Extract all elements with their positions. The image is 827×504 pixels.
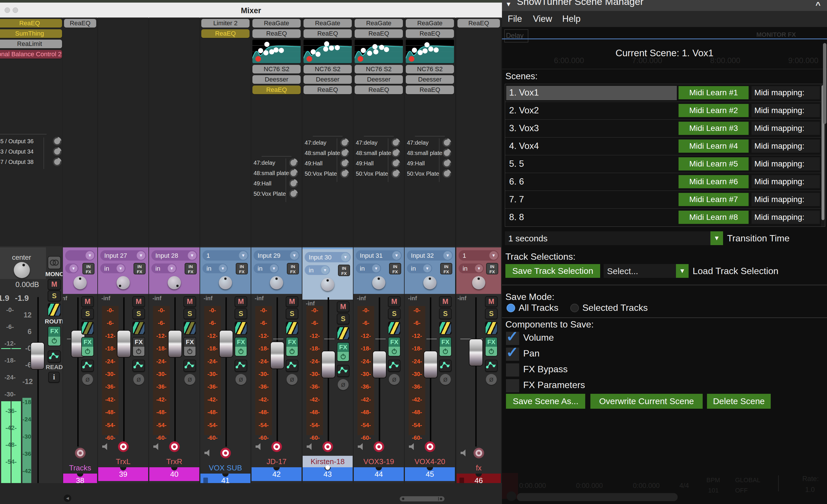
record-arm-button[interactable] [220, 448, 231, 458]
scene-row[interactable]: 1. Vox1Midi Learn #1Midi mapping: [505, 84, 825, 102]
record-arm-button[interactable] [425, 442, 435, 452]
send-knob[interactable] [289, 168, 298, 178]
pan-knob[interactable] [372, 276, 385, 289]
panel-scrollbar-thumb[interactable] [823, 43, 826, 124]
mute-button[interactable]: M [81, 296, 94, 307]
fx-button[interactable]: FX [81, 337, 94, 356]
fx-power-icon[interactable] [442, 348, 449, 356]
envelope-button[interactable] [485, 360, 498, 372]
input-mode-dropdown-icon[interactable]: ▼ [372, 264, 380, 272]
route-button[interactable] [132, 321, 145, 335]
input-mode-selector[interactable]: in▼ [458, 263, 484, 273]
midi-learn-button[interactable]: Midi Learn #6 [679, 175, 748, 188]
pan-knob[interactable] [74, 276, 87, 289]
horizontal-scrollbar[interactable] [400, 496, 444, 501]
solo-button[interactable]: S [337, 313, 349, 324]
send-knob[interactable] [289, 189, 298, 199]
envelope-button[interactable] [132, 360, 145, 372]
fx-slot[interactable]: Deesser [355, 75, 403, 84]
master-fx-slot[interactable]: onal Balance Control 2 [0, 50, 62, 58]
mono-button[interactable] [48, 256, 61, 269]
envelope-button[interactable] [286, 360, 298, 372]
track-name[interactable]: VOX SUB [200, 463, 251, 472]
input-selector[interactable]: Input 28▼ [151, 250, 197, 261]
phase-button[interactable]: ø [133, 374, 144, 385]
fx-power-icon[interactable] [135, 348, 142, 356]
phase-button[interactable]: ø [287, 374, 297, 385]
solo-button[interactable]: S [132, 308, 145, 319]
record-arm-button[interactable] [271, 442, 282, 452]
component-checkbox-fx-bypass[interactable] [506, 363, 519, 376]
fader-track[interactable] [77, 297, 79, 447]
save-mode-radio-all-tracks[interactable] [506, 304, 515, 312]
fx-slot[interactable]: ReaEQ [201, 29, 249, 38]
input-selector[interactable]: Input 32▼ [407, 250, 453, 261]
mute-button[interactable]: M [235, 296, 247, 307]
master-info-button[interactable]: i [48, 372, 60, 383]
delete-scene-button[interactable]: Delete Scene [707, 394, 771, 409]
fx-slot[interactable]: Deesser [252, 75, 301, 84]
master-send-knob[interactable] [52, 136, 62, 146]
scene-name[interactable]: 7. 7 [509, 194, 524, 205]
master-fx-slot[interactable]: SumThing [0, 29, 62, 38]
track-number-strip[interactable]: 40 [149, 467, 199, 481]
midi-learn-button[interactable]: Midi Learn #3 [679, 122, 748, 135]
track-selection-dropdown[interactable]: Select... [603, 264, 676, 278]
route-button[interactable] [485, 321, 498, 335]
fx-slot[interactable]: ReaEQ [355, 86, 403, 94]
record-arm-button[interactable] [75, 448, 86, 458]
envelope-button[interactable] [439, 360, 452, 372]
input-selector[interactable]: 1▼ [458, 250, 499, 261]
input-selector[interactable]: Input 30▼ [305, 252, 351, 262]
input-mode-dropdown-icon[interactable]: ▼ [475, 264, 483, 272]
fx-power-icon[interactable] [391, 348, 398, 356]
fx-slot[interactable]: ReaEQ [406, 86, 454, 94]
fx-slot[interactable]: NC76 S2 [355, 65, 403, 73]
send-knob[interactable] [391, 138, 401, 148]
transition-dropdown-icon[interactable]: ▼ [711, 231, 723, 245]
scene-name[interactable]: 1. Vox1 [509, 88, 539, 98]
fx-slot[interactable]: ReaEQ [406, 29, 454, 38]
scene-name[interactable]: 8. 8 [509, 212, 524, 222]
eq-graph-thumbnail[interactable] [303, 40, 352, 63]
fader-handle[interactable] [424, 351, 438, 378]
input-fx-button[interactable]: INFX [83, 263, 94, 274]
scene-row[interactable]: 5. 5Midi Learn #5Midi mapping: [505, 155, 825, 173]
fx-power-icon[interactable] [340, 353, 347, 361]
fader-track[interactable] [226, 297, 227, 447]
scene-name[interactable]: 5. 5 [509, 159, 524, 169]
fader-track[interactable] [174, 297, 176, 447]
fx-slot[interactable]: ReaEQ [252, 29, 301, 38]
panel-collapse-icon[interactable]: ▼ [505, 1, 512, 8]
menu-file[interactable]: File [508, 14, 522, 24]
midi-learn-button[interactable]: Midi Learn #2 [679, 104, 748, 117]
input-mode-selector[interactable]: in▼ [305, 265, 330, 275]
scene-name[interactable]: 2. Vox2 [509, 105, 539, 116]
envelope-button[interactable] [81, 360, 94, 372]
master-fx-button[interactable]: FX [48, 326, 61, 346]
send-knob[interactable] [442, 138, 452, 148]
transition-time-dropdown[interactable]: 1 seconds [505, 231, 711, 245]
send-knob[interactable] [340, 138, 349, 148]
fx-slot[interactable]: ReaEQ [64, 19, 96, 28]
fx-button[interactable]: FX [439, 337, 452, 356]
route-button[interactable] [439, 321, 452, 335]
input-selector[interactable]: 1▼ [202, 250, 248, 261]
scroll-left-button[interactable]: ◀ [64, 495, 71, 502]
input-fx-button[interactable]: INFX [389, 263, 401, 274]
fx-button[interactable]: FX [485, 337, 498, 356]
solo-button[interactable]: S [388, 308, 401, 319]
pan-knob[interactable] [270, 276, 283, 289]
save-track-selection-button[interactable]: Save Track Selection [505, 264, 600, 278]
track-name[interactable]: TrxR [149, 457, 200, 466]
route-button[interactable] [235, 321, 247, 335]
master-route-button[interactable] [48, 303, 61, 316]
save-scene-as-button[interactable]: Save Scene As... [506, 394, 585, 409]
input-fx-button[interactable]: INFX [338, 265, 350, 276]
track-number-strip[interactable]: 44 [354, 467, 404, 481]
pan-knob[interactable] [321, 278, 334, 291]
fx-button[interactable]: FX [337, 342, 349, 362]
input-selector[interactable]: Input 27▼ [100, 250, 146, 261]
save-mode-radio-selected-tracks[interactable] [570, 304, 579, 312]
master-fx-power-icon[interactable] [51, 337, 58, 345]
